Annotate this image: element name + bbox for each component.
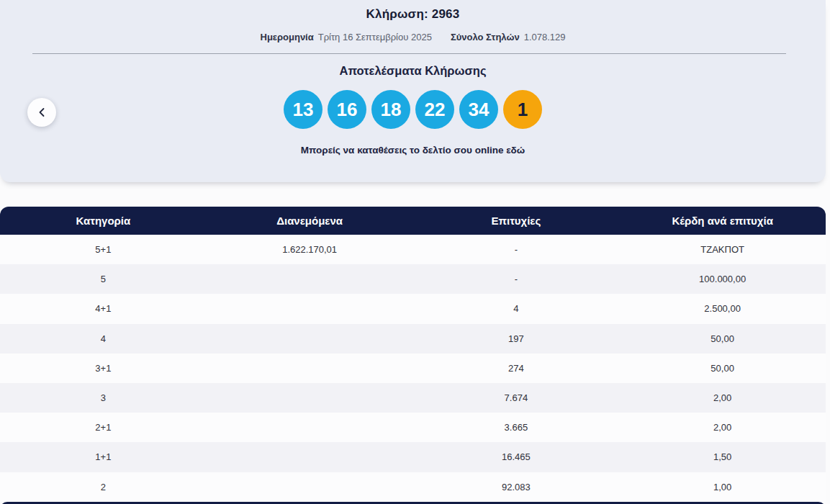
- winning-number-ball: 16: [328, 90, 366, 129]
- category-cell: 4+1: [0, 303, 207, 314]
- draw-meta: Ημερομηνία Τρίτη 16 Σεπτεμβρίου 2025 Σύν…: [0, 32, 826, 42]
- table-row: 292.0831,00: [0, 472, 826, 502]
- winners-cell: -: [413, 244, 620, 255]
- category-cell: 5+1: [0, 244, 207, 255]
- category-cell: 5: [0, 274, 207, 284]
- submit-ticket-link[interactable]: Μπορείς να καταθέσεις το δελτίο σου onli…: [0, 145, 826, 156]
- total-columns-label: Σύνολο Στηλών: [451, 32, 520, 42]
- prize-cell: ΤΖΑΚΠΟΤ: [619, 244, 826, 255]
- winners-cell: 4: [413, 303, 620, 314]
- winners-cell: 3.665: [413, 422, 620, 433]
- category-cell: 3+1: [0, 363, 207, 374]
- prize-cell: 1,50: [619, 451, 826, 462]
- column-header-distributed: Διανεμόμενα: [207, 215, 413, 227]
- page-content: Κλήρωση: 2963 Ημερομηνία Τρίτη 16 Σεπτεμ…: [0, 0, 826, 504]
- column-header-winners: Επιτυχίες: [413, 215, 620, 227]
- date-value: Τρίτη 16 Σεπτεμβρίου 2025: [318, 32, 432, 42]
- draw-title-label: Κλήρωση:: [366, 7, 428, 21]
- prize-cell: 2,00: [619, 422, 826, 433]
- draw-title: Κλήρωση: 2963: [0, 0, 826, 22]
- distributed-cell: 1.622.170,01: [207, 244, 413, 255]
- draw-results-card: Κλήρωση: 2963 Ημερομηνία Τρίτη 16 Σεπτεμ…: [0, 0, 826, 182]
- winners-cell: 274: [413, 363, 620, 374]
- category-cell: 2+1: [0, 422, 207, 433]
- prize-cell: 2.500,00: [619, 303, 826, 314]
- table-row: 3+127450,00: [0, 354, 826, 383]
- prize-cell: 1,00: [619, 482, 826, 492]
- prize-cell: 50,00: [619, 363, 826, 374]
- column-header-prize: Κέρδη ανά επιτυχία: [619, 215, 826, 227]
- previous-draw-button[interactable]: [27, 98, 56, 127]
- prize-cell: 50,00: [619, 333, 826, 344]
- category-cell: 3: [0, 392, 207, 403]
- winners-cell: 197: [413, 333, 620, 344]
- winners-cell: 7.674: [413, 392, 620, 403]
- category-cell: 1+1: [0, 451, 207, 462]
- winners-cell: -: [413, 274, 620, 284]
- payout-table-body: 5+11.622.170,01-ΤΖΑΚΠΟΤ5-100.000,004+142…: [0, 235, 826, 502]
- winning-numbers: 13161822341: [0, 90, 826, 129]
- winning-number-ball: 18: [371, 90, 410, 129]
- payout-table-header: Κατηγορία Διανεμόμενα Επιτυχίες Κέρδη αν…: [0, 207, 826, 235]
- draw-date: Ημερομηνία Τρίτη 16 Σεπτεμβρίου 2025: [261, 32, 432, 42]
- table-row: 37.6742,00: [0, 383, 826, 413]
- table-row: 1+116.4651,50: [0, 442, 826, 472]
- category-cell: 4: [0, 333, 207, 344]
- draw-number: 2963: [432, 7, 460, 21]
- divider: [32, 53, 786, 54]
- table-row: 2+13.6652,00: [0, 413, 826, 442]
- results-heading: Αποτελέσματα Κλήρωσης: [0, 64, 826, 78]
- table-row: 419750,00: [0, 324, 826, 354]
- column-header-category: Κατηγορία: [0, 215, 207, 227]
- total-columns: Σύνολο Στηλών 1.078.129: [451, 32, 566, 42]
- chevron-left-icon: [37, 107, 46, 117]
- winning-number-ball: 22: [415, 90, 454, 129]
- winning-number-ball: 13: [284, 90, 322, 129]
- category-cell: 2: [0, 482, 207, 492]
- date-label: Ημερομηνία: [261, 32, 314, 42]
- total-columns-value: 1.078.129: [524, 32, 566, 42]
- payout-table: Κατηγορία Διανεμόμενα Επιτυχίες Κέρδη αν…: [0, 207, 826, 502]
- prize-cell: 2,00: [619, 392, 826, 403]
- table-row: 5-100.000,00: [0, 264, 826, 294]
- winners-cell: 92.083: [413, 482, 620, 492]
- joker-number-ball: 1: [503, 90, 542, 129]
- table-row: 4+142.500,00: [0, 294, 826, 323]
- winning-number-ball: 34: [459, 90, 498, 129]
- table-row: 5+11.622.170,01-ΤΖΑΚΠΟΤ: [0, 235, 826, 264]
- prize-cell: 100.000,00: [619, 274, 826, 284]
- winners-cell: 16.465: [413, 451, 620, 462]
